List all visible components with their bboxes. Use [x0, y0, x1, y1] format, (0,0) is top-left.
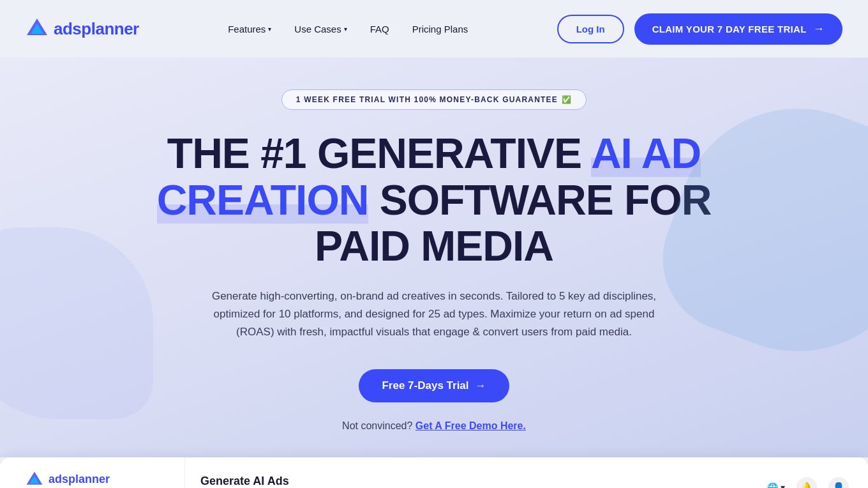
- app-strip-title: Generate AI Ads: [200, 475, 752, 488]
- app-strip: adsplanner + Generate AI Ads Generate AI…: [0, 457, 868, 488]
- globe-icon: 🌐: [767, 482, 778, 488]
- nav-item-use-cases[interactable]: Use Cases ▾: [294, 24, 347, 34]
- language-selector[interactable]: 🌐 ▾: [767, 482, 785, 488]
- hero-section: 1 WEEK FREE TRIAL WITH 100% MONEY-BACK G…: [0, 57, 868, 457]
- nav-item-features[interactable]: Features ▾: [228, 24, 271, 34]
- cta-button[interactable]: CLAIM YOUR 7 DAY FREE TRIAL →: [634, 13, 842, 45]
- app-strip-icon-group: 🌐 ▾ 🔔 👤: [767, 477, 868, 488]
- login-button[interactable]: Log In: [557, 15, 624, 43]
- logo-icon: [26, 17, 49, 40]
- hero-title: THE #1 GENERATIVE AI AD CREATION SOFTWAR…: [115, 130, 753, 270]
- app-strip-sidebar: adsplanner + Generate AI Ads: [26, 457, 185, 488]
- user-avatar-icon[interactable]: 👤: [828, 477, 849, 488]
- app-strip-logo[interactable]: adsplanner: [26, 471, 172, 488]
- logo-text: adsplanner: [54, 19, 139, 39]
- chevron-down-icon: ▾: [268, 26, 271, 33]
- arrow-icon: →: [475, 379, 486, 392]
- app-strip-main-content: Generate AI Ads Select the asset type yo…: [185, 467, 767, 488]
- strip-logo-icon: [26, 471, 43, 488]
- nav-links: Features ▾ Use Cases ▾ FAQ Pricing Plans: [228, 24, 468, 34]
- arrow-icon: →: [813, 22, 825, 36]
- free-trial-button[interactable]: Free 7-Days Trial →: [359, 369, 509, 402]
- hero-subtitle: Generate high-converting, on-brand ad cr…: [204, 287, 664, 341]
- nav-item-faq[interactable]: FAQ: [370, 24, 389, 34]
- chevron-down-icon: ▾: [344, 26, 347, 33]
- notifications-icon[interactable]: 🔔: [797, 477, 817, 488]
- chevron-down-icon: ▾: [781, 482, 785, 488]
- not-convinced-text: Not convinced? Get A Free Demo Here.: [342, 420, 526, 432]
- nav-item-pricing[interactable]: Pricing Plans: [412, 24, 468, 34]
- logo[interactable]: adsplanner: [26, 17, 139, 40]
- nav-actions: Log In CLAIM YOUR 7 DAY FREE TRIAL →: [557, 13, 842, 45]
- trial-badge: 1 WEEK FREE TRIAL WITH 100% MONEY-BACK G…: [281, 89, 587, 110]
- demo-link[interactable]: Get A Free Demo Here.: [415, 420, 526, 431]
- navbar: adsplanner Features ▾ Use Cases ▾ FAQ Pr…: [0, 0, 868, 57]
